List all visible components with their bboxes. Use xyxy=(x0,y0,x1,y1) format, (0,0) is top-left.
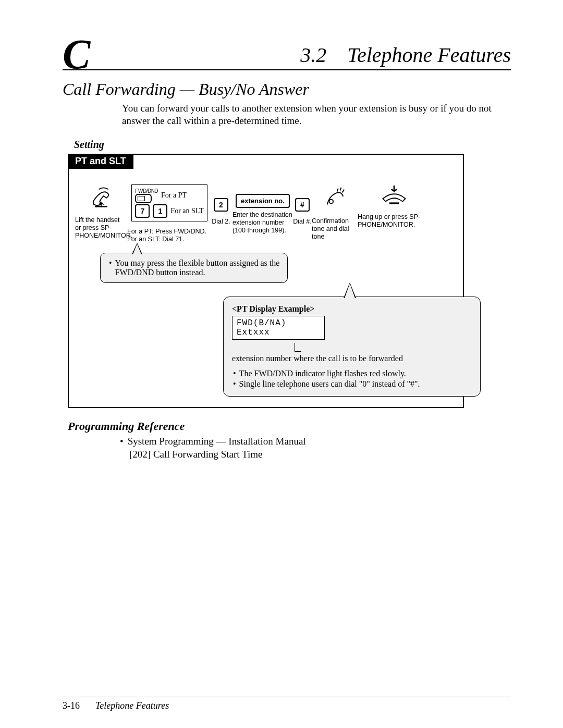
page-header: C 3.2Telephone Features xyxy=(63,31,511,70)
step7-caption: Hang up or press SP-PHONE/MONITOR. xyxy=(358,213,431,229)
bubble-bullet-1: The FWD/DND indicator light flashes red … xyxy=(239,368,406,379)
footer-title: Telephone Features xyxy=(95,700,169,711)
note1-text: You may press the flexible button assign… xyxy=(115,258,280,277)
setting-heading: Setting xyxy=(74,139,511,151)
page-title: Call Forwarding — Busy/No Answer xyxy=(63,80,511,99)
step-lift-handset: Lift the handset or press SP-PHONE/MONIT… xyxy=(75,184,127,240)
fwd-dnd-key-icon xyxy=(135,194,152,203)
handset-lift-icon xyxy=(89,202,113,210)
fwd-dnd-label: FWD/DND xyxy=(135,188,158,194)
setting-box: PT and SLT Lift the handset or press SP-… xyxy=(68,154,464,409)
prog-bullet: System Programming — Installation Manual xyxy=(128,435,306,448)
tab-pt-slt: PT and SLT xyxy=(68,154,133,169)
step-dial-hash: # Dial #. xyxy=(293,184,312,226)
step-hangup: Hang up or press SP-PHONE/MONITOR. xyxy=(358,184,431,229)
step5-caption: Dial #. xyxy=(293,218,312,226)
step-press-fwd: FWD/DND For a PT 7 1 For an SLT For a PT… xyxy=(127,184,210,243)
page-number: 3-16 xyxy=(63,700,80,711)
key-1: 1 xyxy=(153,204,167,218)
prog-item: [202] Call Forwarding Start Time xyxy=(129,448,511,461)
step-confirmation: Confirmation tone and dial tone xyxy=(312,184,358,241)
lcd-display: FWD(B/NA) Extxxx xyxy=(232,316,325,340)
bubble-bullet-2: Single line telephone users can dial "0"… xyxy=(239,379,420,390)
section-title: Telephone Features xyxy=(347,43,511,67)
leader-line-icon xyxy=(295,343,301,352)
svg-rect-1 xyxy=(389,202,399,204)
step2-caption: For a PT: Press FWD/DND. For an SLT: Dia… xyxy=(127,228,210,243)
section-number: 3.2 xyxy=(300,43,326,67)
hangup-icon xyxy=(380,199,408,207)
pt-display-title: <PT Display Example> xyxy=(232,304,472,314)
display-example-bubble: <PT Display Example> FWD(B/NA) Extxxx ex… xyxy=(223,297,481,397)
intro-text: You can forward your calls to another ex… xyxy=(122,102,511,127)
programming-reference-body: •System Programming — Installation Manua… xyxy=(120,435,511,461)
key-2: 2 xyxy=(214,198,228,212)
extension-number-box: extension no. xyxy=(236,194,290,208)
step4-caption: Enter the destination extension number (… xyxy=(232,211,293,235)
step1-caption: Lift the handset or press SP-PHONE/MONIT… xyxy=(75,216,127,240)
for-an-slt-label: For an SLT xyxy=(170,207,203,215)
for-a-pt-label: For a PT xyxy=(161,191,187,200)
pt-slt-option-box: FWD/DND For a PT 7 1 For an SLT xyxy=(131,184,207,221)
step6-caption: Confirmation tone and dial tone xyxy=(312,217,358,241)
svg-point-0 xyxy=(329,199,333,203)
leader-text: extension number where the call is to be… xyxy=(232,353,403,363)
flow-row: Lift the handset or press SP-PHONE/MONIT… xyxy=(69,169,463,245)
step3-caption: Dial 2. xyxy=(210,218,232,226)
programming-reference-heading: Programming Reference xyxy=(68,419,511,433)
key-7: 7 xyxy=(135,204,150,218)
chapter-letter: C xyxy=(63,38,90,71)
note-bubble-1: •You may press the flexible button assig… xyxy=(100,253,288,283)
key-hash: # xyxy=(295,198,310,212)
page-footer: 3-16Telephone Features xyxy=(63,697,511,711)
step-extension: extension no. Enter the destination exte… xyxy=(232,184,293,235)
confirmation-tone-icon xyxy=(322,203,347,211)
step-dial-2: 2 Dial 2. xyxy=(210,184,232,226)
